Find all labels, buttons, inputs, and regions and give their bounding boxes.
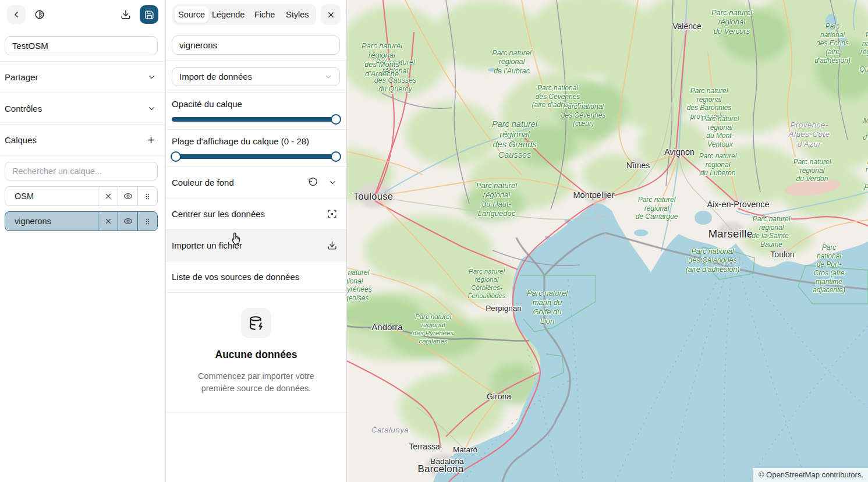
map-label: Parc naturel régional du Vercors	[711, 8, 752, 36]
panel-tabs: Source Légende Fiche Styles	[172, 4, 316, 25]
grip-icon	[144, 192, 151, 201]
reset-icon[interactable]	[308, 178, 318, 187]
map-label: Valence	[672, 22, 702, 31]
map-label: Parc naturel régional de la Sainte- Baum…	[752, 215, 791, 249]
section-controles-label: Contrôles	[5, 104, 42, 114]
map-label: Parc national du Mercantour (aire d'adhé…	[863, 91, 868, 142]
database-zap-icon	[241, 308, 271, 338]
layer-delete-button[interactable]	[98, 187, 118, 205]
section-controles[interactable]: Contrôles	[0, 93, 165, 124]
theme-contrast-button[interactable]	[30, 5, 49, 24]
map-label: Parc naturel régional du Mont- Ventoux	[702, 115, 739, 149]
layer-action-select-value: Import de données	[179, 72, 252, 81]
download-icon	[327, 240, 337, 250]
eye-icon	[123, 192, 133, 201]
export-download-button[interactable]	[116, 5, 135, 24]
sidebar-toolbar	[0, 0, 165, 29]
empty-state-title: Aucune données	[183, 349, 329, 361]
close-icon	[104, 217, 112, 225]
map-label: Parc national des Cévennes (aire d'adhés…	[532, 84, 583, 109]
opacity-label: Opacité du calque	[172, 99, 339, 109]
map-attribution[interactable]: © OpenStreetMap contributors.	[753, 468, 868, 482]
map-label: Parc naturel régional de l'Aubrac	[492, 49, 531, 76]
layer-visibility-button[interactable]	[118, 212, 137, 231]
contrast-icon	[34, 9, 45, 20]
map-label: Barcelona	[417, 463, 463, 476]
section-calques[interactable]: Calques	[0, 125, 165, 155]
close-icon	[327, 10, 335, 19]
opacity-slider-thumb[interactable]	[331, 114, 341, 125]
layer-name: vignerons	[5, 212, 98, 231]
map-label: Toulouse	[353, 190, 393, 202]
left-sidebar: Partager Contrôles Calques OSM vignerons	[0, 0, 166, 482]
close-icon	[104, 192, 112, 200]
map-label: Parc naturel régional Corbières- Fenouil…	[467, 267, 505, 300]
divider	[166, 412, 346, 413]
eye-icon	[123, 217, 133, 226]
layer-drag-handle[interactable]	[137, 187, 157, 205]
map-label: Parc naturel régional des Baronnies prov…	[687, 87, 732, 121]
map-label: Aix-en-Provence	[707, 200, 769, 210]
import-file-label: Importer un fichier	[172, 240, 242, 250]
empty-state-description: Commencez par importer votre première so…	[198, 370, 314, 395]
chevron-down-icon	[324, 73, 332, 81]
import-file-row[interactable]: Importer un fichier	[166, 230, 346, 261]
project-name-input[interactable]	[5, 36, 158, 55]
map-canvas[interactable]: ValenceToulouseMontpellierNîmesAvignonAi…	[347, 0, 868, 482]
tab-legende[interactable]: Légende	[208, 6, 248, 23]
layer-title-input[interactable]	[172, 36, 340, 55]
layer-name: OSM	[5, 187, 98, 205]
map-label: Parc national des Cévennes (cœur)	[561, 102, 606, 128]
map-label: Perpignan	[486, 304, 522, 313]
layer-search-input[interactable]	[5, 162, 158, 180]
empty-state: Aucune données Commencez par importer vo…	[166, 293, 346, 412]
map-label: Parc national des Calanques (aire d'adhé…	[686, 247, 740, 274]
save-button[interactable]	[140, 5, 158, 24]
map-label: Girona	[487, 392, 511, 402]
map-label: Parc naturel régional des Causses du Que…	[374, 58, 416, 94]
range-thumb-min[interactable]	[171, 151, 181, 162]
zoom-range-slider[interactable]	[172, 154, 339, 159]
map-label: Parc naturel régional des Préalpes d'Azu…	[864, 149, 868, 200]
background-color-row[interactable]: Couleur de fond	[166, 167, 346, 198]
map-label: Avignon	[664, 147, 695, 158]
data-sources-list-row[interactable]: Liste de vos sources de données	[166, 261, 346, 292]
map-label: Parc naturel régional des Pyrénées Ariég…	[347, 268, 372, 303]
layer-action-select[interactable]: Import de données	[172, 67, 340, 86]
section-calques-label: Calques	[5, 135, 37, 145]
map-label: Parc naturel régional du Haut- Languedoc	[476, 181, 517, 218]
map-label: Parc naturel marin du Golfe du Lion	[527, 289, 568, 325]
zoom-range-label: Plage d'affichage du calque (0 - 28)	[172, 136, 339, 146]
data-sources-list-label: Liste de vos sources de données	[172, 272, 299, 282]
center-on-data-label: Centrer sur les données	[172, 209, 265, 219]
download-icon	[121, 9, 131, 20]
layer-visibility-button[interactable]	[118, 187, 137, 205]
divider	[166, 60, 346, 61]
range-thumb-max[interactable]	[331, 151, 341, 162]
map-label: Catalunya	[371, 426, 409, 435]
layer-delete-button[interactable]	[98, 212, 118, 231]
tab-fiche[interactable]: Fiche	[248, 6, 281, 23]
layer-drag-handle[interactable]	[137, 212, 157, 231]
map-label: Parc naturel régional des Pyrénées catal…	[413, 313, 454, 345]
back-button[interactable]	[7, 5, 26, 24]
chevron-down-icon	[147, 104, 156, 113]
section-partager[interactable]: Partager	[0, 62, 165, 93]
panel-close-button[interactable]	[321, 4, 341, 25]
map-label: Provence- Alpes-Côte d'Azur	[789, 120, 830, 149]
map-label: Parc national de Port- Cros (aire mariti…	[810, 243, 849, 295]
plus-icon[interactable]	[146, 135, 156, 145]
tab-source[interactable]: Source	[175, 6, 208, 23]
tab-styles[interactable]: Styles	[281, 6, 314, 23]
map-label: Nîmes	[626, 161, 650, 171]
layer-row-osm[interactable]: OSM	[5, 186, 158, 206]
grip-icon	[144, 217, 151, 226]
layer-row-vignerons[interactable]: vignerons	[5, 211, 158, 231]
map-label: Parc naturel régional du Luberon	[699, 152, 737, 178]
map-label: Parc naturel régional de Camargue	[636, 196, 678, 221]
map-label: Parc national des Ecrins (aire d'adhésio…	[814, 22, 851, 65]
center-on-data-row[interactable]: Centrer sur les données	[166, 199, 346, 229]
chevron-down-icon[interactable]	[328, 178, 337, 187]
opacity-slider[interactable]	[172, 117, 339, 122]
map-label: Parc naturel régional du Verdon	[793, 158, 831, 183]
